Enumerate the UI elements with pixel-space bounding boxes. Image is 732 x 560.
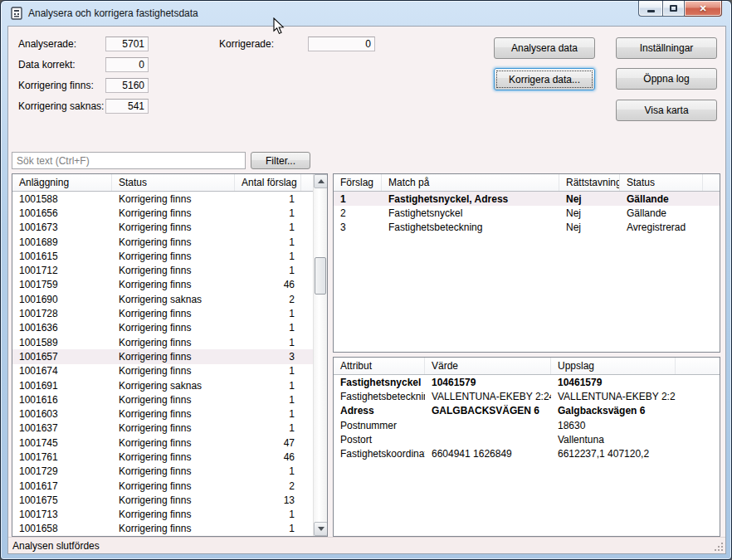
column-header-match-pa[interactable]: Match på	[382, 174, 559, 191]
table-row[interactable]: 1001729Korrigering finns1	[12, 465, 313, 479]
maximize-button[interactable]	[662, 1, 685, 17]
scroll-up-button[interactable]	[314, 174, 328, 188]
settings-button[interactable]: Inställningar	[616, 37, 717, 59]
column-header-status[interactable]: Status	[112, 174, 235, 191]
table-row[interactable]: 1001713Korrigering finns1	[12, 508, 313, 522]
cell-status: Korrigering finns	[112, 437, 235, 449]
cell-attribut: Adress	[334, 405, 425, 416]
cell-status: Korrigering saknas	[112, 380, 235, 392]
cell-rattstavning: Nej	[559, 222, 620, 233]
table-row[interactable]: 1001675Korrigering finns13	[12, 493, 313, 507]
cell-status: Korrigering finns	[112, 308, 235, 319]
table-row[interactable]: 1001656Korrigering finns1	[12, 206, 313, 220]
cell-antal-forslag: 1	[235, 365, 301, 377]
column-header-anlaggning[interactable]: Anläggning	[12, 174, 112, 191]
cell-antal-forslag: 1	[235, 322, 301, 334]
table-row[interactable]: Fastighetskoordinat6604941 1626849661223…	[334, 446, 720, 460]
cell-attribut: Fastighetsbeteckning	[334, 391, 425, 402]
table-row[interactable]: 1001761Korrigering finns46	[12, 450, 313, 464]
table-row[interactable]: FastighetsbeteckningVALLENTUNA-EKEBY 2:2…	[334, 389, 720, 403]
table-row[interactable]: 1001673Korrigering finns1	[12, 221, 313, 235]
table-row[interactable]: 1001674Korrigering finns1	[12, 364, 313, 378]
column-header-attribut[interactable]: Attribut	[334, 358, 425, 374]
open-log-button[interactable]: Öppna log	[616, 68, 717, 90]
scroll-down-icon	[318, 527, 325, 531]
window-title: Analysera och korrigera fastighetsdata	[28, 7, 198, 19]
cell-antal-forslag: 1	[235, 337, 301, 348]
cell-antal-forslag: 1	[235, 308, 301, 319]
table-row[interactable]: AdressGALGBACKSVÄGEN 6Galgbacksvägen 6	[334, 404, 720, 418]
table-row[interactable]: 1001712Korrigering finns1	[12, 263, 313, 277]
table-row[interactable]: 1001617Korrigering finns2	[12, 479, 313, 493]
table-row[interactable]: 1001745Korrigering finns47	[12, 436, 313, 450]
table-row[interactable]: 1001691Korrigering saknas1	[12, 378, 313, 392]
cell-match-pa: Fastighetsbeteckning	[382, 222, 559, 233]
table-row[interactable]: 1001589Korrigering finns1	[12, 335, 313, 349]
cell-status: Korrigering finns	[112, 451, 235, 463]
label-analyserade: Analyserade:	[18, 38, 76, 50]
column-header-antal-forslag[interactable]: Antal förslag	[235, 174, 301, 191]
table-row[interactable]: Postnummer18630	[334, 418, 720, 432]
table-row[interactable]: 1001658Korrigering finns1	[12, 522, 313, 536]
scrollbar-thumb[interactable]	[315, 257, 326, 295]
column-header-varde[interactable]: Värde	[425, 358, 551, 374]
cell-anlaggning: 1001759	[12, 279, 112, 290]
cell-anlaggning: 1001658	[12, 523, 112, 534]
table-row[interactable]: 3FastighetsbeteckningNejAvregistrerad	[334, 221, 720, 235]
cell-anlaggning: 1001745	[12, 437, 112, 449]
table-row[interactable]: Fastighetsnyckel1046157910461579	[334, 375, 720, 389]
table-row[interactable]: 1001636Korrigering finns1	[12, 321, 313, 335]
minimize-button[interactable]	[638, 1, 662, 17]
table-row[interactable]: 1001728Korrigering finns1	[12, 306, 313, 320]
cell-status: Korrigering finns	[112, 279, 235, 290]
cell-antal-forslag: 2	[235, 294, 301, 305]
show-map-button[interactable]: Visa karta	[616, 100, 717, 121]
search-input[interactable]	[12, 152, 246, 169]
cell-anlaggning: 1001637	[12, 422, 112, 434]
column-header-forslag[interactable]: Förslag	[334, 174, 382, 191]
resize-grip-icon[interactable]	[715, 542, 724, 551]
cell-anlaggning: 1001657	[12, 351, 112, 363]
cell-anlaggning: 1001616	[12, 394, 112, 406]
table-row[interactable]: 1001759Korrigering finns46	[12, 278, 313, 292]
table-row[interactable]: 1001615Korrigering finns1	[12, 249, 313, 263]
label-korrigering-saknas: Korrigering saknas:	[18, 100, 104, 112]
cell-anlaggning: 1001691	[12, 380, 112, 392]
cell-anlaggning: 1001636	[12, 322, 112, 334]
facilities-table-body: 1001588Korrigering finns11001656Korriger…	[12, 192, 313, 536]
table-row[interactable]: PostortVallentuna	[334, 432, 720, 446]
table-row[interactable]: 1001588Korrigering finns1	[12, 192, 313, 206]
cell-antal-forslag: 1	[235, 509, 301, 520]
table-row[interactable]: 1001616Korrigering finns1	[12, 392, 313, 407]
attributes-table-header: Attribut Värde Uppslag	[334, 358, 720, 375]
column-header-status[interactable]: Status	[620, 174, 703, 191]
cell-attribut: Fastighetskoordinat	[334, 448, 425, 460]
facilities-scrollbar[interactable]	[313, 174, 327, 536]
table-row[interactable]: 1001689Korrigering finns1	[12, 235, 313, 249]
filter-button[interactable]: Filter...	[251, 152, 310, 169]
column-header-rattstavning[interactable]: Rättstavning	[559, 174, 620, 191]
table-row[interactable]: 1001657Korrigering finns3	[12, 349, 313, 363]
titlebar[interactable]: Analysera och korrigera fastighetsdata ✕	[1, 1, 731, 26]
cell-uppslag: 10461579	[551, 377, 676, 388]
column-header-uppslag[interactable]: Uppslag	[551, 358, 676, 374]
correct-data-button[interactable]: Korrigera data...	[494, 68, 595, 90]
analyze-data-button[interactable]: Analysera data	[494, 37, 595, 59]
close-button[interactable]: ✕	[685, 1, 722, 17]
table-row[interactable]: 1001603Korrigering finns1	[12, 407, 313, 421]
window-controls: ✕	[638, 1, 722, 17]
table-row[interactable]: 2FastighetsnyckelNejGällande	[334, 206, 720, 220]
table-row[interactable]: 1001637Korrigering finns1	[12, 421, 313, 436]
cell-antal-forslag: 47	[235, 437, 301, 449]
cell-match-pa: Fastighetsnyckel, Adress	[382, 193, 559, 205]
value-korrigering-finns: 5160	[105, 78, 149, 93]
cell-status: Korrigering finns	[112, 207, 235, 219]
cell-anlaggning: 1001617	[12, 480, 112, 492]
table-row[interactable]: 1Fastighetsnyckel, AdressNejGällande	[334, 192, 720, 206]
cell-status: Korrigering finns	[112, 351, 235, 363]
cell-status: Korrigering finns	[112, 494, 235, 506]
scroll-down-button[interactable]	[314, 522, 328, 536]
table-row[interactable]: 1001690Korrigering saknas2	[12, 292, 313, 306]
cell-match-pa: Fastighetsnyckel	[382, 207, 559, 219]
cell-anlaggning: 1001615	[12, 251, 112, 262]
